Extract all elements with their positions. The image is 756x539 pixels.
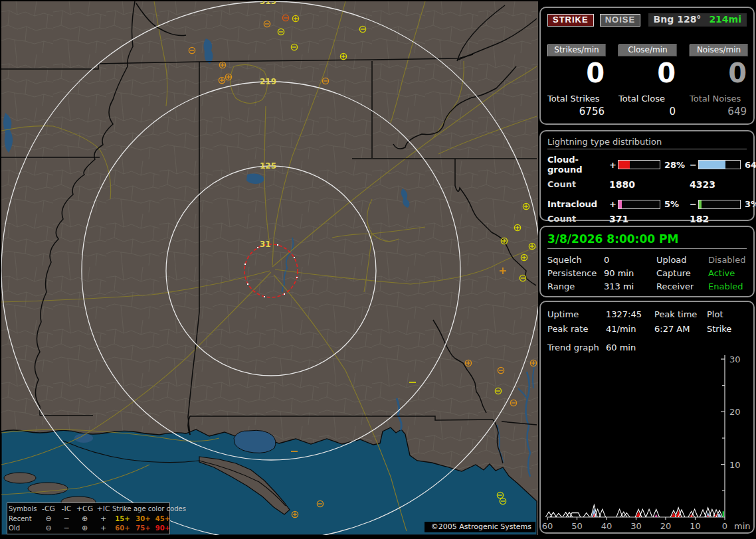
peak-rate-value: 41/min [606,322,654,337]
noises-per-min-button[interactable]: Noises/min [690,44,748,56]
squelch-value: 0 [604,254,656,267]
distribution-title: Lightning type distribution [547,137,747,149]
recent-cg-plus-icon: ⊕ [75,514,94,523]
age-30: 30+ [133,514,153,523]
distribution-panel: Lightning type distribution Cloud-ground… [539,130,755,221]
capture-label: Capture [656,267,708,280]
strikes-per-min-button[interactable]: Strikes/min [547,44,606,56]
cloud-ground-count-row: Count 1880 4323 [547,179,747,190]
recent-ic-plus-icon: + [94,514,112,523]
map-legend: Symbols -CG -IC +CG +IC Strike age color… [7,502,170,534]
bearing-readout: Bng 128°214mi [648,13,747,27]
recent-cg-minus-icon: ⊖ [39,514,58,523]
svg-text:20: 20 [660,521,672,531]
svg-text:40: 40 [601,521,613,531]
cg-plus-pct: 28% [660,160,690,170]
svg-text:30: 30 [630,521,642,531]
persistence-value: 90 min [604,267,656,280]
cloud-ground-label: Cloud-ground [547,155,609,175]
intracloud-row: Intracloud + 5% − 3% [547,199,747,209]
range-label: Range [547,280,604,293]
bearing-value: Bng 128° [654,14,702,25]
peak-rate-label: Peak rate [547,322,606,337]
ic-plus-count: 371 [609,214,690,224]
trend-graph-label: Trend graph [547,343,606,352]
age-45: 45+ [153,514,172,523]
legend-row-recent-label: Recent [9,514,39,523]
upload-value: Disabled [708,254,747,267]
svg-text:50: 50 [571,521,583,531]
ic-minus-count: 182 [690,214,747,224]
cg-minus-bar [698,160,741,169]
total-strikes-value: 6756 [547,106,606,117]
ic-minus-pct: 3% [741,199,756,209]
range-value: 313 mi [604,280,656,293]
count-label: Count [547,214,609,224]
age-60: 60+ [112,524,133,532]
trend-graph-value: 60 min [606,343,747,352]
ic-plus-bar [618,200,660,209]
recent-ic-minus-icon: − [58,514,75,523]
noise-mode-button[interactable]: NOISE [600,14,640,27]
noises-per-min-column: Noises/min 0 Total Noises 649 [690,44,748,117]
map-canvas: 31321912531 [1,1,538,535]
plot-value: Strike [707,322,747,337]
svg-text:10: 10 [729,460,741,470]
svg-text:30: 30 [729,354,741,364]
total-noises-label: Total Noises [690,94,748,104]
legend-header-age: Strike age color codes [112,504,172,513]
noises-per-min-value: 0 [690,60,748,86]
strikes-per-min-value: 0 [547,60,606,86]
legend-header-nic: -IC [58,504,75,513]
cg-minus-count: 4323 [690,179,747,190]
cg-plus-count: 1880 [609,179,690,190]
close-per-min-button[interactable]: Close/min [618,44,677,56]
count-label: Count [547,179,609,190]
svg-text:0: 0 [722,521,727,531]
age-75: 75+ [133,524,153,532]
legend-header-symbols: Symbols [9,504,39,513]
intracloud-count-row: Count 371 182 [547,214,747,224]
old-ic-minus-icon: − [58,524,75,532]
total-close-label: Total Close [618,94,677,104]
age-15: 15+ [112,514,133,523]
status-panel: 3/8/2026 8:00:00 PM Squelch 0 Upload Dis… [539,226,755,297]
svg-text:125: 125 [260,161,276,171]
total-noises-value: 649 [690,106,748,117]
strike-mode-button[interactable]: STRIKE [547,14,594,27]
svg-text:313: 313 [260,1,276,6]
trend-panel: Uptime 1327:45 Peak time Plot Peak rate … [539,301,755,534]
old-ic-plus-icon: + [94,524,112,532]
plus-sign: + [609,160,618,170]
total-strikes-label: Total Strikes [547,94,606,104]
peak-time-value: 6:27 AM [654,322,707,337]
squelch-label: Squelch [547,254,604,267]
svg-text:60: 60 [542,521,553,531]
cg-minus-pct: 64% [741,160,756,170]
upload-label: Upload [656,254,708,267]
old-cg-minus-icon: ⊖ [39,524,58,532]
old-cg-plus-icon: ⊕ [75,524,94,532]
total-close-value: 0 [618,106,677,117]
legend-header-pcg: +CG [75,504,94,513]
legend-row-old-label: Old [9,524,39,532]
counters-panel: STRIKE NOISE Bng 128°214mi Strikes/min 0… [539,7,755,125]
close-per-min-value: 0 [618,60,677,86]
cloud-ground-row: Cloud-ground + 28% − 64% [547,155,747,175]
strikes-per-min-column: Strikes/min 0 Total Strikes 6756 [547,44,606,117]
svg-text:10: 10 [690,521,701,531]
svg-text:31: 31 [260,240,271,249]
minus-sign: − [690,199,698,209]
age-90: 90+ [153,524,172,532]
ic-minus-bar [698,200,741,209]
uptime-value: 1327:45 [606,307,654,322]
copyright-text: ©2005 Astrogenic Systems [425,522,535,532]
close-per-min-column: Close/min 0 Total Close 0 [618,44,677,117]
minus-sign: − [690,160,698,170]
receiver-label: Receiver [656,280,708,293]
lightning-map[interactable]: 31321912531 Symbols -CG -IC +CG +IC Stri… [1,1,538,535]
plus-sign: + [609,199,618,209]
intracloud-label: Intracloud [547,199,609,209]
svg-text:219: 219 [260,77,276,86]
svg-text:min: min [734,521,751,531]
